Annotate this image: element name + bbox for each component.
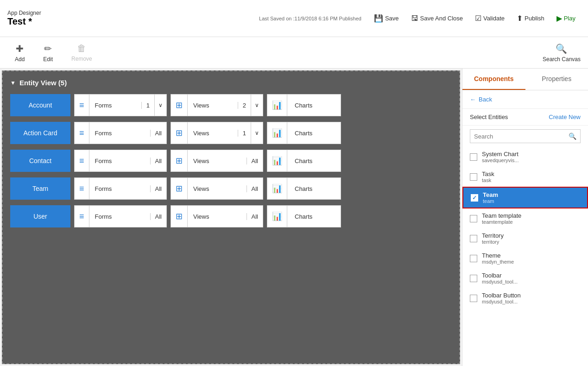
charts-label: Charts xyxy=(287,213,320,220)
create-new-link[interactable]: Create New xyxy=(549,114,581,120)
charts-icon: 📊 xyxy=(267,95,287,116)
entity-checkbox[interactable] xyxy=(470,153,477,161)
charts-label: Charts xyxy=(287,130,320,137)
entity-label-user[interactable]: User xyxy=(10,205,70,227)
views-label: Views xyxy=(188,185,247,192)
views-count: All xyxy=(247,158,263,164)
tab-components[interactable]: Components xyxy=(462,69,525,90)
views-icon: ⊞ xyxy=(171,122,188,144)
entity-row: User ≡ Forms All ⊞ Views All 📊 Charts xyxy=(10,205,452,227)
entity-list-item[interactable]: Toolbar msdyusd_tool... xyxy=(462,268,588,288)
save-button[interactable]: 💾 Save xyxy=(369,12,404,25)
charts-icon: 📊 xyxy=(267,206,287,227)
select-entities-label: Select Entities xyxy=(470,114,508,120)
views-label: Views xyxy=(188,158,247,164)
app-header: App Designer Test * Last Saved on :11/9/… xyxy=(0,0,588,37)
app-header-right: Last Saved on :11/9/2018 6:16 PM Publish… xyxy=(259,12,581,25)
charts-group-1: 📊 Charts xyxy=(267,122,341,144)
entity-list-sub: savedqueryvis... xyxy=(482,158,518,163)
back-arrow-icon: ← xyxy=(470,96,476,103)
save-icon: 💾 xyxy=(374,14,383,23)
entity-list-texts: Task task xyxy=(482,170,494,183)
views-count: 1 xyxy=(238,130,251,137)
views-label: Views xyxy=(188,213,247,220)
collapse-icon[interactable]: ▼ xyxy=(10,80,16,86)
entity-label-account[interactable]: Account xyxy=(10,94,70,116)
entity-list-item[interactable]: Territory territory xyxy=(462,228,588,248)
main-layout: ▼ Entity View (5) Account ≡ Forms 1 ∨ ⊞ … xyxy=(0,69,588,366)
entity-checkbox[interactable]: ✓ xyxy=(471,194,478,202)
play-label: Play xyxy=(564,15,575,22)
charts-group-0: 📊 Charts xyxy=(267,94,341,116)
views-count: All xyxy=(247,185,263,192)
entity-list-name: Theme xyxy=(482,252,514,259)
entity-label-action-card[interactable]: Action Card xyxy=(10,122,70,144)
views-icon: ⊞ xyxy=(171,95,188,116)
views-group-2: ⊞ Views All xyxy=(171,150,263,172)
publish-button[interactable]: ⬆ Publish xyxy=(512,12,550,25)
entity-list-item[interactable]: Theme msdyn_theme xyxy=(462,248,588,268)
forms-label: Forms xyxy=(89,130,150,137)
views-count: All xyxy=(247,213,263,220)
add-icon: ✚ xyxy=(16,43,24,54)
views-icon: ⊞ xyxy=(171,150,188,171)
entity-row: Contact ≡ Forms All ⊞ Views All 📊 Charts xyxy=(10,150,452,172)
entity-list-texts: Toolbar Button msdyusd_tool... xyxy=(482,292,521,304)
entity-list-item[interactable]: Toolbar Button msdyusd_tool... xyxy=(462,288,588,308)
charts-group-2: 📊 Charts xyxy=(267,150,341,172)
entity-list-item[interactable]: ✓ Team team xyxy=(462,187,588,208)
entity-search-box[interactable]: 🔍 xyxy=(470,129,581,143)
save-and-close-button[interactable]: 🖫 Save And Close xyxy=(406,12,468,25)
entity-list-item[interactable]: System Chart savedqueryvis... xyxy=(462,147,588,167)
views-chevron[interactable]: ∨ xyxy=(251,95,263,116)
entity-search-input[interactable] xyxy=(470,130,565,143)
panel-body: ← Back Select Entities Create New 🔍 Syst… xyxy=(462,90,588,366)
validate-icon: ☑ xyxy=(475,14,481,23)
add-button[interactable]: ✚ Add xyxy=(7,39,32,66)
views-label: Views xyxy=(188,102,238,109)
entity-checkbox[interactable] xyxy=(470,295,477,302)
entity-list-name: Toolbar Button xyxy=(482,292,521,299)
views-group-4: ⊞ Views All xyxy=(171,205,263,227)
views-chevron[interactable]: ∨ xyxy=(251,122,263,144)
entity-list-sub: msdyusd_tool... xyxy=(482,299,521,304)
entity-list-texts: Team template teamtemplate xyxy=(482,212,521,225)
entity-list-texts: Toolbar msdyusd_tool... xyxy=(482,272,518,284)
forms-label: Forms xyxy=(89,185,150,192)
entity-checkbox[interactable] xyxy=(470,255,477,262)
entity-list-sub: msdyn_theme xyxy=(482,259,514,265)
tab-properties[interactable]: Properties xyxy=(525,69,588,90)
entity-checkbox[interactable] xyxy=(470,275,477,282)
forms-icon: ≡ xyxy=(75,150,89,171)
play-button[interactable]: ▶ Play xyxy=(551,12,581,25)
entity-list-texts: Team team xyxy=(483,191,498,204)
charts-icon: 📊 xyxy=(267,178,287,199)
entity-list-texts: System Chart savedqueryvis... xyxy=(482,151,518,163)
canvas-area[interactable]: ▼ Entity View (5) Account ≡ Forms 1 ∨ ⊞ … xyxy=(2,70,460,364)
edit-button[interactable]: ✏ Edit xyxy=(36,39,60,66)
save-label: Save xyxy=(385,15,399,22)
forms-count: All xyxy=(150,213,166,220)
edit-icon: ✏ xyxy=(44,43,52,54)
entity-checkbox[interactable] xyxy=(470,173,477,181)
search-canvas-button[interactable]: 🔍 Search Canvas xyxy=(543,43,581,63)
search-canvas-icon: 🔍 xyxy=(556,43,567,54)
validate-button[interactable]: ☑ Validate xyxy=(470,12,510,25)
entity-label-contact[interactable]: Contact xyxy=(10,150,70,172)
entity-row: Action Card ≡ Forms All ⊞ Views 1 ∨ 📊 Ch… xyxy=(10,122,452,144)
entity-checkbox[interactable] xyxy=(470,235,477,242)
entity-list-item[interactable]: Team template teamtemplate xyxy=(462,208,588,228)
forms-icon: ≡ xyxy=(75,206,89,227)
views-group-1: ⊞ Views 1 ∨ xyxy=(171,122,263,144)
entity-label-team[interactable]: Team xyxy=(10,177,70,200)
remove-button[interactable]: 🗑 Remove xyxy=(64,39,100,66)
entity-checkbox[interactable] xyxy=(470,215,477,222)
entity-list-sub: task xyxy=(482,177,494,183)
forms-chevron[interactable]: ∨ xyxy=(154,95,166,116)
entity-list-texts: Theme msdyn_theme xyxy=(482,252,514,265)
entity-list-name: Team xyxy=(483,191,498,198)
app-title: Test * xyxy=(7,16,41,27)
back-button[interactable]: ← Back xyxy=(462,90,588,109)
forms-count: All xyxy=(150,130,166,137)
entity-list-item[interactable]: Task task xyxy=(462,167,588,187)
